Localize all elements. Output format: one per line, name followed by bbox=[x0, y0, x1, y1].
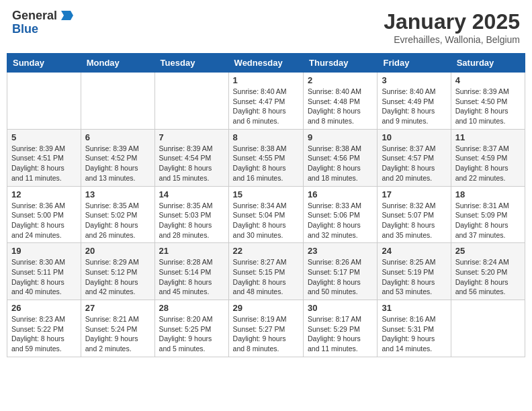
day-number: 5 bbox=[11, 132, 77, 142]
day-info: Sunrise: 8:31 AM Sunset: 5:09 PM Dayligh… bbox=[455, 201, 521, 240]
calendar-cell: 26Sunrise: 8:23 AM Sunset: 5:22 PM Dayli… bbox=[7, 300, 81, 357]
day-info: Sunrise: 8:39 AM Sunset: 4:52 PM Dayligh… bbox=[85, 144, 150, 183]
day-number: 19 bbox=[11, 246, 77, 256]
page-header: General Blue January 2025 Evrehailles, W… bbox=[7, 7, 525, 48]
weekday-header-wednesday: Wednesday bbox=[228, 54, 303, 73]
day-number: 4 bbox=[455, 75, 521, 85]
location-title: Evrehailles, Wallonia, Belgium bbox=[384, 34, 520, 45]
calendar-cell: 6Sunrise: 8:39 AM Sunset: 4:52 PM Daylig… bbox=[81, 129, 154, 186]
logo: General Blue bbox=[12, 9, 73, 36]
calendar-table: SundayMondayTuesdayWednesdayThursdayFrid… bbox=[7, 53, 525, 357]
calendar-cell: 24Sunrise: 8:25 AM Sunset: 5:19 PM Dayli… bbox=[378, 243, 451, 300]
calendar-cell: 17Sunrise: 8:32 AM Sunset: 5:07 PM Dayli… bbox=[378, 186, 451, 243]
day-number: 2 bbox=[308, 75, 373, 85]
day-info: Sunrise: 8:38 AM Sunset: 4:56 PM Dayligh… bbox=[308, 144, 373, 183]
day-number: 16 bbox=[308, 189, 373, 199]
day-info: Sunrise: 8:25 AM Sunset: 5:19 PM Dayligh… bbox=[382, 257, 446, 297]
day-info: Sunrise: 8:21 AM Sunset: 5:24 PM Dayligh… bbox=[85, 314, 150, 354]
weekday-header-monday: Monday bbox=[81, 54, 154, 73]
day-info: Sunrise: 8:39 AM Sunset: 4:54 PM Dayligh… bbox=[159, 144, 224, 183]
day-number: 27 bbox=[85, 303, 150, 313]
month-title: January 2025 bbox=[384, 9, 520, 34]
svg-marker-0 bbox=[61, 11, 73, 20]
day-info: Sunrise: 8:26 AM Sunset: 5:17 PM Dayligh… bbox=[308, 257, 373, 297]
day-number: 13 bbox=[85, 189, 150, 199]
day-info: Sunrise: 8:35 AM Sunset: 5:03 PM Dayligh… bbox=[159, 201, 224, 240]
day-number: 6 bbox=[85, 132, 150, 142]
calendar-cell: 16Sunrise: 8:33 AM Sunset: 5:06 PM Dayli… bbox=[304, 186, 378, 243]
day-number: 3 bbox=[382, 75, 446, 85]
day-info: Sunrise: 8:39 AM Sunset: 4:51 PM Dayligh… bbox=[11, 144, 77, 183]
calendar-cell bbox=[451, 300, 525, 357]
calendar-cell: 5Sunrise: 8:39 AM Sunset: 4:51 PM Daylig… bbox=[7, 129, 81, 186]
calendar-cell: 23Sunrise: 8:26 AM Sunset: 5:17 PM Dayli… bbox=[304, 243, 378, 300]
day-number: 15 bbox=[233, 189, 299, 199]
calendar-cell: 30Sunrise: 8:17 AM Sunset: 5:29 PM Dayli… bbox=[304, 300, 378, 357]
calendar-cell: 20Sunrise: 8:29 AM Sunset: 5:12 PM Dayli… bbox=[81, 243, 154, 300]
day-info: Sunrise: 8:38 AM Sunset: 4:55 PM Dayligh… bbox=[233, 144, 299, 183]
weekday-header-tuesday: Tuesday bbox=[154, 54, 228, 73]
day-info: Sunrise: 8:37 AM Sunset: 4:57 PM Dayligh… bbox=[382, 144, 446, 183]
day-number: 17 bbox=[382, 189, 446, 199]
day-number: 11 bbox=[455, 132, 521, 142]
day-info: Sunrise: 8:27 AM Sunset: 5:15 PM Dayligh… bbox=[233, 257, 299, 297]
day-number: 14 bbox=[159, 189, 224, 199]
weekday-header-thursday: Thursday bbox=[304, 54, 378, 73]
logo-blue-text: Blue bbox=[12, 23, 38, 36]
calendar-week-row: 19Sunrise: 8:30 AM Sunset: 5:11 PM Dayli… bbox=[7, 243, 525, 300]
calendar-cell: 3Sunrise: 8:40 AM Sunset: 4:49 PM Daylig… bbox=[378, 73, 451, 130]
calendar-cell: 15Sunrise: 8:34 AM Sunset: 5:04 PM Dayli… bbox=[228, 186, 303, 243]
day-number: 21 bbox=[159, 246, 224, 256]
day-info: Sunrise: 8:34 AM Sunset: 5:04 PM Dayligh… bbox=[233, 201, 299, 240]
calendar-cell: 1Sunrise: 8:40 AM Sunset: 4:47 PM Daylig… bbox=[228, 73, 303, 130]
calendar-week-row: 5Sunrise: 8:39 AM Sunset: 4:51 PM Daylig… bbox=[7, 129, 525, 186]
day-number: 20 bbox=[85, 246, 150, 256]
logo-general-text: General bbox=[12, 9, 57, 23]
calendar-cell: 25Sunrise: 8:24 AM Sunset: 5:20 PM Dayli… bbox=[451, 243, 525, 300]
day-number: 29 bbox=[233, 303, 299, 313]
day-info: Sunrise: 8:32 AM Sunset: 5:07 PM Dayligh… bbox=[382, 201, 446, 240]
calendar-cell: 19Sunrise: 8:30 AM Sunset: 5:11 PM Dayli… bbox=[7, 243, 81, 300]
day-number: 30 bbox=[308, 303, 373, 313]
calendar-cell: 4Sunrise: 8:39 AM Sunset: 4:50 PM Daylig… bbox=[451, 73, 525, 130]
calendar-cell: 31Sunrise: 8:16 AM Sunset: 5:31 PM Dayli… bbox=[378, 300, 451, 357]
calendar-cell: 21Sunrise: 8:28 AM Sunset: 5:14 PM Dayli… bbox=[154, 243, 228, 300]
day-number: 31 bbox=[382, 303, 446, 313]
day-info: Sunrise: 8:20 AM Sunset: 5:25 PM Dayligh… bbox=[159, 314, 224, 354]
calendar-cell: 13Sunrise: 8:35 AM Sunset: 5:02 PM Dayli… bbox=[81, 186, 154, 243]
calendar-cell: 14Sunrise: 8:35 AM Sunset: 5:03 PM Dayli… bbox=[154, 186, 228, 243]
day-number: 26 bbox=[11, 303, 77, 313]
weekday-header-saturday: Saturday bbox=[451, 54, 525, 73]
calendar-cell bbox=[81, 73, 154, 130]
calendar-cell: 18Sunrise: 8:31 AM Sunset: 5:09 PM Dayli… bbox=[451, 186, 525, 243]
day-info: Sunrise: 8:29 AM Sunset: 5:12 PM Dayligh… bbox=[85, 257, 150, 297]
calendar-cell bbox=[154, 73, 228, 130]
calendar-cell: 2Sunrise: 8:40 AM Sunset: 4:48 PM Daylig… bbox=[304, 73, 378, 130]
day-number: 10 bbox=[382, 132, 446, 142]
day-number: 12 bbox=[11, 189, 77, 199]
day-info: Sunrise: 8:35 AM Sunset: 5:02 PM Dayligh… bbox=[85, 201, 150, 240]
day-number: 18 bbox=[455, 189, 521, 199]
day-info: Sunrise: 8:40 AM Sunset: 4:48 PM Dayligh… bbox=[308, 87, 373, 126]
day-info: Sunrise: 8:33 AM Sunset: 5:06 PM Dayligh… bbox=[308, 201, 373, 240]
calendar-cell: 12Sunrise: 8:36 AM Sunset: 5:00 PM Dayli… bbox=[7, 186, 81, 243]
calendar-cell: 28Sunrise: 8:20 AM Sunset: 5:25 PM Dayli… bbox=[154, 300, 228, 357]
calendar-cell: 8Sunrise: 8:38 AM Sunset: 4:55 PM Daylig… bbox=[228, 129, 303, 186]
weekday-header-sunday: Sunday bbox=[7, 54, 81, 73]
day-number: 23 bbox=[308, 246, 373, 256]
calendar-cell bbox=[7, 73, 81, 130]
day-number: 28 bbox=[159, 303, 224, 313]
day-number: 1 bbox=[233, 75, 299, 85]
title-block: January 2025 Evrehailles, Wallonia, Belg… bbox=[384, 9, 520, 45]
day-number: 9 bbox=[308, 132, 373, 142]
day-info: Sunrise: 8:23 AM Sunset: 5:22 PM Dayligh… bbox=[11, 314, 77, 354]
calendar-cell: 11Sunrise: 8:37 AM Sunset: 4:59 PM Dayli… bbox=[451, 129, 525, 186]
logo-icon bbox=[58, 9, 73, 21]
calendar-cell: 27Sunrise: 8:21 AM Sunset: 5:24 PM Dayli… bbox=[81, 300, 154, 357]
day-number: 7 bbox=[159, 132, 224, 142]
calendar-week-row: 1Sunrise: 8:40 AM Sunset: 4:47 PM Daylig… bbox=[7, 73, 525, 130]
calendar-week-row: 12Sunrise: 8:36 AM Sunset: 5:00 PM Dayli… bbox=[7, 186, 525, 243]
calendar-cell: 29Sunrise: 8:19 AM Sunset: 5:27 PM Dayli… bbox=[228, 300, 303, 357]
calendar-cell: 10Sunrise: 8:37 AM Sunset: 4:57 PM Dayli… bbox=[378, 129, 451, 186]
day-info: Sunrise: 8:39 AM Sunset: 4:50 PM Dayligh… bbox=[455, 87, 521, 126]
